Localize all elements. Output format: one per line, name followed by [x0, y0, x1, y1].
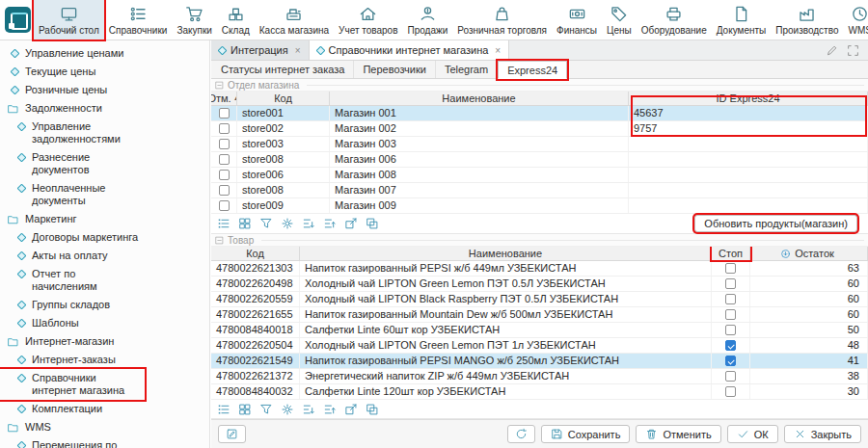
store-table-row[interactable]: store008Магазин 007 [211, 183, 868, 198]
sidebar-item-1[interactable]: Текущие цены [0, 63, 209, 81]
product-table-row[interactable]: 4780022621655Напиток газированный Mounta… [211, 307, 868, 323]
product-table-row[interactable]: 4780022620498Холодный чай LIPTON Green L… [211, 277, 868, 292]
expand-all-icon[interactable] [302, 403, 315, 416]
mark-checkbox[interactable] [219, 108, 230, 119]
product-table-row[interactable]: 4780022621372Энергетический напиток ZIP … [211, 369, 868, 384]
tab-close-icon[interactable]: × [295, 45, 301, 56]
nav-item-equipment[interactable]: Оборудование [637, 0, 712, 40]
store-column-header-2[interactable]: Наименование [330, 92, 629, 105]
product-column-header-0[interactable]: Код [211, 247, 300, 260]
nav-item-purchases[interactable]: Закупки [172, 0, 216, 40]
doc-tab-0[interactable]: Интеграция× [211, 40, 310, 60]
sidebar-item-4[interactable]: Управление задолженностями [0, 118, 209, 148]
stop-checkbox[interactable] [725, 386, 736, 397]
store-table-row[interactable]: store001Магазин 00145637 [211, 106, 868, 121]
nav-item-wms[interactable]: WMS [843, 0, 868, 40]
store-table-row[interactable]: store009Магазин 009 [211, 198, 868, 214]
stop-checkbox[interactable] [725, 340, 736, 351]
sidebar-item-11[interactable]: Группы складов [0, 296, 209, 314]
nav-item-retail[interactable]: Розничная торговля [452, 0, 552, 40]
ok-button[interactable]: ОК [727, 425, 778, 443]
cancel-button[interactable]: Отменить [636, 425, 720, 443]
transfer-icon[interactable] [366, 403, 379, 416]
sidebar-item-16[interactable]: Комплектации [0, 400, 209, 418]
update-products-button[interactable]: Обновить продукты(магазин) [694, 215, 857, 232]
nav-item-desktop[interactable]: Рабочий стол [34, 0, 104, 40]
store-table-row[interactable]: store008Магазин 006 [211, 152, 868, 168]
nav-item-production[interactable]: Производство [771, 0, 843, 40]
fullscreen-icon[interactable] [847, 44, 859, 57]
stop-checkbox[interactable] [725, 263, 736, 274]
sidebar-item-10[interactable]: Отчет по начислениям [0, 265, 209, 296]
store-group-header[interactable]: Отдел магазина [211, 79, 868, 92]
sub-tab-3[interactable]: Express24 [498, 61, 567, 79]
store-table-row[interactable]: store002Магазин 0029757 [211, 121, 868, 137]
sidebar-item-12[interactable]: Шаблоны [0, 314, 209, 332]
collapse-all-icon[interactable] [323, 217, 337, 230]
nav-item-cash-register[interactable]: Касса магазина [255, 0, 334, 40]
sidebar-folder-7[interactable]: Маркетинг [0, 210, 209, 228]
sidebar-folder-3[interactable]: Задолженности [0, 99, 209, 118]
sidebar-folder-13[interactable]: Интернет-магазин [0, 332, 209, 351]
sub-tab-0[interactable]: Статусы интернет заказа [212, 61, 354, 78]
product-group-header[interactable]: Товар [211, 234, 868, 247]
collapse-icon[interactable] [215, 81, 224, 90]
collapse-icon[interactable] [215, 236, 224, 245]
product-table-row[interactable]: 4780022621303Напиток газированный PEPSI … [211, 261, 868, 277]
sidebar-item-2[interactable]: Розничные цены [0, 81, 209, 99]
stop-checkbox[interactable] [725, 278, 736, 289]
refresh-button[interactable] [507, 425, 535, 443]
sidebar-item-14[interactable]: Интернет-заказы [0, 351, 209, 369]
product-table-row[interactable]: 4780084840018Салфетки Linte 60шт кор УЗБ… [211, 323, 868, 338]
close-button[interactable]: Закрыть [784, 425, 861, 443]
stop-checkbox[interactable] [725, 309, 736, 320]
sidebar-item-9[interactable]: Акты на оплату [0, 247, 209, 265]
product-column-header-3[interactable]: Остаток [750, 247, 868, 260]
sidebar-item-5[interactable]: Разнесение документов [0, 148, 209, 179]
export-icon[interactable] [344, 217, 358, 230]
mark-checkbox[interactable] [219, 154, 230, 165]
settings-icon[interactable] [281, 217, 294, 230]
store-table-row[interactable]: store003Магазин 003 [211, 137, 868, 152]
view-list-icon[interactable] [217, 403, 231, 416]
nav-item-finance[interactable]: Финансы [552, 0, 602, 40]
view-list-icon[interactable] [217, 217, 231, 230]
stop-checkbox[interactable] [725, 325, 736, 335]
store-column-header-0[interactable]: Отм.▲ [211, 92, 237, 105]
nav-item-documents[interactable]: Документы [712, 0, 772, 40]
product-table-row[interactable]: 4780022620504Холодный чай LIPTON Green L… [211, 338, 868, 354]
product-table-row[interactable]: 4780022620559Холодный чай LIPTON Black R… [211, 292, 868, 307]
store-table-row[interactable]: store006Магазин 008 [211, 168, 868, 183]
mark-checkbox[interactable] [219, 170, 230, 180]
sub-tab-2[interactable]: Telegram [436, 61, 498, 78]
export-icon[interactable] [344, 403, 358, 416]
sidebar-item-6[interactable]: Неоплаченные документы [0, 179, 209, 210]
mark-checkbox[interactable] [219, 200, 230, 211]
edit-button[interactable] [218, 425, 246, 443]
mark-checkbox[interactable] [219, 123, 230, 134]
tab-close-icon[interactable]: × [495, 45, 501, 56]
product-column-header-1[interactable]: Наименование [300, 247, 712, 260]
sidebar-item-0[interactable]: Управление ценами [0, 44, 209, 63]
expand-all-icon[interactable] [302, 217, 315, 230]
mark-checkbox[interactable] [219, 139, 230, 149]
collapse-all-icon[interactable] [323, 403, 337, 416]
sidebar-item-8[interactable]: Договоры маркетинга [0, 228, 209, 247]
nav-item-sales[interactable]: Продажи [402, 0, 452, 40]
sidebar-folder-17[interactable]: WMS [0, 418, 209, 436]
store-column-header-3[interactable]: ID Express24 [629, 92, 868, 105]
stop-checkbox[interactable] [725, 294, 736, 304]
nav-item-goods-accounting[interactable]: Учет товаров [334, 0, 402, 40]
save-button[interactable]: Сохранить [541, 425, 631, 443]
product-column-header-2[interactable]: Стоп [712, 247, 750, 260]
doc-tab-1[interactable]: Справочники интернет магазина× [310, 40, 510, 60]
edit-pencil-icon[interactable] [826, 44, 838, 57]
nav-item-warehouse[interactable]: Склад [217, 0, 255, 40]
nav-item-prices[interactable]: Цены [602, 0, 637, 40]
product-table-row[interactable]: 4780084840032Салфетки Linte 120шт кор УЗ… [211, 384, 868, 400]
sidebar-item-18[interactable]: Перемещения по заказам [0, 436, 209, 448]
filter-icon[interactable] [259, 403, 273, 416]
stop-checkbox[interactable] [725, 356, 736, 366]
view-grid-icon[interactable] [238, 403, 252, 416]
settings-icon[interactable] [281, 403, 294, 416]
